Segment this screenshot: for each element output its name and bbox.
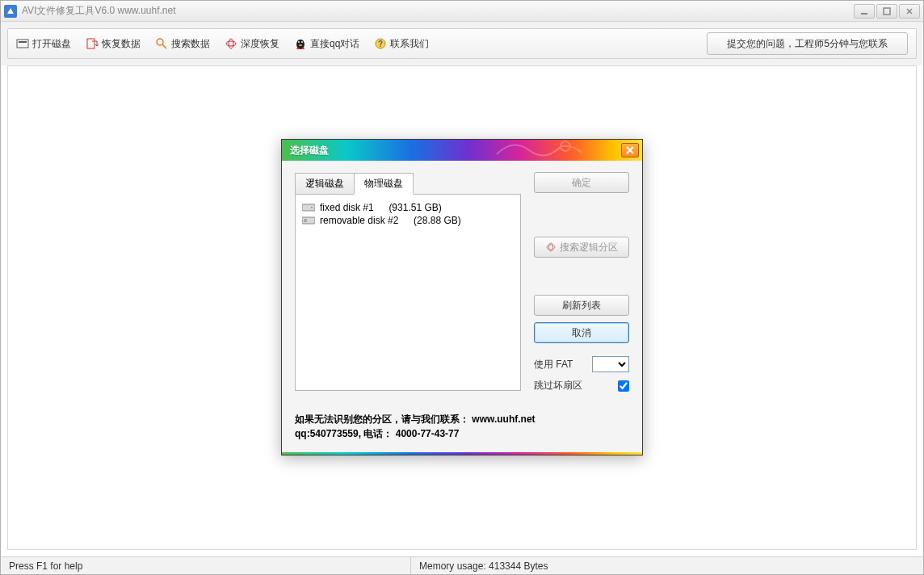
maximize-button[interactable] (876, 4, 897, 19)
window-title: AVI文件修复工具V6.0 www.uuhf.net (22, 4, 854, 18)
search-logical-label: 搜索逻辑分区 (560, 241, 618, 254)
svg-rect-5 (87, 39, 94, 48)
recover-data-button[interactable]: 恢复数据 (86, 37, 141, 51)
svg-point-16 (301, 48, 304, 49)
select-disk-dialog: 选择磁盘 逻辑磁盘 物理磁盘 fixed disk #1 (281, 139, 643, 455)
ok-label: 确定 (572, 176, 591, 190)
close-icon (626, 146, 634, 154)
hard-disk-icon (302, 203, 315, 212)
cancel-label: 取消 (572, 326, 591, 340)
refresh-label: 刷新列表 (562, 299, 601, 313)
disk-size: (28.88 GB) (414, 215, 461, 226)
skip-bad-label: 跳过坏扇区 (534, 379, 582, 392)
qq-icon (294, 37, 307, 50)
footer-line1: 如果无法识别您的分区，请与我们联系： www.uuhf.net (295, 412, 629, 426)
contact-us-button[interactable]: ? 联系我们 (374, 37, 429, 51)
search-partition-icon (545, 242, 556, 252)
svg-rect-4 (19, 41, 27, 43)
help-icon: ? (374, 37, 387, 50)
svg-text:?: ? (378, 40, 383, 48)
dialog-left-column: 逻辑磁盘 物理磁盘 fixed disk #1 (931.51 GB) remo… (295, 172, 521, 392)
dialog-right-column: 确定 搜索逻辑分区 刷新列表 取消 使用 FAT 跳过坏扇区 (534, 172, 629, 392)
svg-line-7 (162, 44, 166, 48)
window-controls (854, 4, 920, 19)
use-fat-row: 使用 FAT (534, 356, 629, 372)
disk-name: removable disk #2 (320, 215, 398, 226)
open-disk-button[interactable]: 打开磁盘 (16, 37, 71, 51)
svg-rect-23 (304, 219, 307, 222)
dialog-close-button[interactable] (621, 143, 639, 157)
minimize-icon (860, 7, 868, 15)
toolbar: 打开磁盘 恢复数据 搜索数据 深度恢复 (7, 28, 917, 59)
footer-line2: qq:540773559, 电话： 4000-77-43-77 (295, 426, 629, 441)
svg-point-12 (298, 41, 300, 43)
svg-point-13 (301, 41, 303, 43)
svg-point-8 (226, 41, 236, 46)
recover-icon (86, 37, 99, 50)
ok-button[interactable]: 确定 (534, 172, 629, 193)
spacer (534, 199, 629, 230)
status-help: Press F1 for help (1, 557, 411, 574)
svg-point-24 (547, 245, 555, 250)
svg-point-6 (157, 39, 163, 45)
svg-point-15 (296, 48, 300, 49)
deep-recover-button[interactable]: 深度恢复 (225, 37, 279, 51)
submit-question-label: 提交您的问题，工程师5分钟与您联系 (727, 37, 888, 51)
disk-size: (931.51 GB) (388, 202, 441, 213)
skip-bad-checkbox[interactable] (618, 380, 629, 392)
list-item[interactable]: removable disk #2 (28.88 GB) (300, 214, 515, 227)
search-data-button[interactable]: 搜索数据 (155, 37, 210, 51)
open-disk-label: 打开磁盘 (32, 37, 71, 51)
disk-name: fixed disk #1 (320, 202, 374, 213)
recover-data-label: 恢复数据 (102, 37, 141, 51)
maximize-icon (883, 7, 891, 15)
tab-physical-label: 物理磁盘 (364, 178, 403, 189)
svg-point-21 (311, 207, 313, 208)
list-item[interactable]: fixed disk #1 (931.51 GB) (300, 201, 515, 214)
tab-logical-label: 逻辑磁盘 (305, 178, 344, 189)
refresh-button[interactable]: 刷新列表 (534, 295, 629, 316)
dialog-title: 选择磁盘 (290, 144, 621, 157)
minimize-button[interactable] (854, 4, 875, 19)
dialog-footer: 如果无法识别您的分区，请与我们联系： www.uuhf.net qq:54077… (282, 405, 642, 452)
svg-marker-0 (7, 8, 14, 14)
footer-link[interactable]: www.uuhf.net (472, 413, 535, 425)
disk-icon (16, 37, 29, 50)
svg-rect-2 (884, 8, 890, 15)
dialog-body: 逻辑磁盘 物理磁盘 fixed disk #1 (931.51 GB) remo… (282, 161, 642, 405)
disk-tabs: 逻辑磁盘 物理磁盘 (295, 172, 521, 194)
deep-recover-icon (225, 37, 237, 50)
status-memory: Memory usage: 413344 Bytes (411, 557, 556, 574)
use-fat-label: 使用 FAT (534, 358, 573, 371)
footer-text: 如果无法识别您的分区，请与我们联系： (295, 413, 469, 425)
svg-rect-20 (302, 204, 315, 211)
search-icon (155, 37, 168, 50)
search-logical-button[interactable]: 搜索逻辑分区 (534, 237, 629, 258)
statusbar: Press F1 for help Memory usage: 413344 B… (1, 556, 923, 574)
spacer (534, 264, 629, 288)
close-button[interactable] (899, 4, 920, 19)
use-fat-select[interactable] (592, 356, 629, 372)
contact-us-label: 联系我们 (390, 37, 429, 51)
dialog-border (282, 452, 642, 455)
toolbar-container: 打开磁盘 恢复数据 搜索数据 深度恢复 (1, 22, 923, 65)
tab-physical-disk[interactable]: 物理磁盘 (354, 173, 414, 195)
cancel-button[interactable]: 取消 (534, 322, 629, 343)
titlebar: AVI文件修复工具V6.0 www.uuhf.net (1, 1, 923, 22)
disk-list[interactable]: fixed disk #1 (931.51 GB) removable disk… (295, 194, 521, 391)
svg-rect-1 (861, 13, 867, 15)
skip-bad-row: 跳过坏扇区 (534, 379, 629, 392)
submit-question-button[interactable]: 提交您的问题，工程师5分钟与您联系 (707, 32, 908, 55)
dialog-titlebar[interactable]: 选择磁盘 (282, 140, 642, 161)
app-icon (4, 5, 17, 18)
removable-disk-icon (302, 216, 315, 225)
svg-point-9 (229, 39, 233, 48)
search-data-label: 搜索数据 (171, 37, 210, 51)
tab-logical-disk[interactable]: 逻辑磁盘 (295, 173, 355, 195)
svg-point-14 (299, 44, 302, 46)
deep-recover-label: 深度恢复 (241, 37, 279, 51)
svg-rect-3 (17, 40, 28, 48)
qq-chat-button[interactable]: 直接qq对话 (294, 37, 359, 51)
close-icon (905, 7, 914, 15)
qq-chat-label: 直接qq对话 (310, 37, 359, 51)
